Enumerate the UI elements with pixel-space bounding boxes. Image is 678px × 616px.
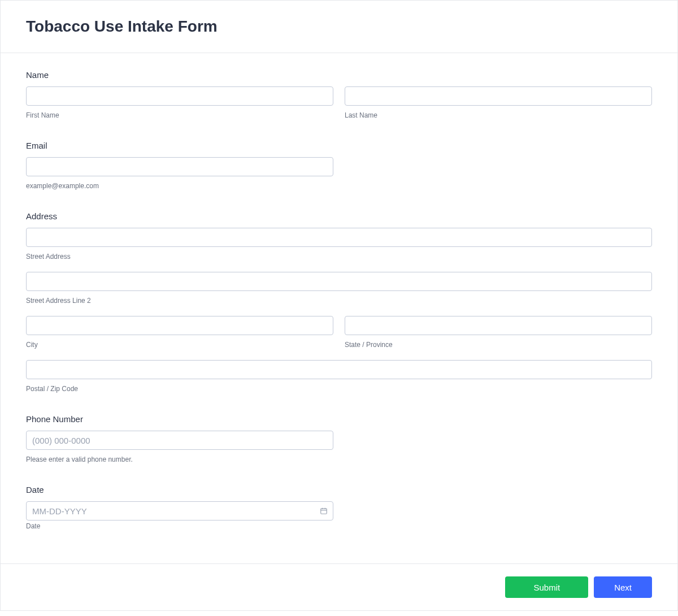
city-input[interactable] <box>26 316 333 335</box>
address-field-group: Address Street Address Street Address Li… <box>26 211 652 393</box>
first-name-input[interactable] <box>26 86 333 106</box>
email-field-group: Email example@example.com <box>26 141 652 190</box>
street-address-2-input[interactable] <box>26 272 652 291</box>
address-label: Address <box>26 211 652 221</box>
date-field-group: Date Date <box>26 485 652 531</box>
page-title: Tobacco Use Intake Form <box>26 18 652 36</box>
state-input[interactable] <box>345 316 652 335</box>
submit-button[interactable]: Submit <box>505 576 588 598</box>
postal-sublabel: Postal / Zip Code <box>26 385 652 393</box>
email-label: Email <box>26 141 652 150</box>
last-name-input[interactable] <box>345 86 652 106</box>
first-name-sublabel: First Name <box>26 111 333 119</box>
date-input[interactable] <box>26 501 333 520</box>
state-sublabel: State / Province <box>345 341 652 349</box>
email-sublabel: example@example.com <box>26 182 333 190</box>
name-label: Name <box>26 70 652 80</box>
form-header: Tobacco Use Intake Form <box>1 1 677 53</box>
phone-sublabel: Please enter a valid phone number. <box>26 456 333 463</box>
street-address-input[interactable] <box>26 228 652 247</box>
form-body: Name First Name Last Name Email example@… <box>1 53 677 563</box>
date-sublabel: Date <box>26 522 40 530</box>
city-sublabel: City <box>26 341 333 349</box>
next-button[interactable]: Next <box>594 576 652 598</box>
phone-field-group: Phone Number Please enter a valid phone … <box>26 414 652 463</box>
phone-input[interactable] <box>26 431 333 450</box>
last-name-sublabel: Last Name <box>345 111 652 119</box>
phone-label: Phone Number <box>26 414 652 424</box>
form-footer: Submit Next <box>1 563 677 610</box>
email-input[interactable] <box>26 157 333 176</box>
postal-input[interactable] <box>26 360 652 379</box>
form-container: Tobacco Use Intake Form Name First Name … <box>0 0 678 611</box>
street-address-sublabel: Street Address <box>26 253 652 261</box>
street-address-2-sublabel: Street Address Line 2 <box>26 297 652 305</box>
date-label: Date <box>26 485 652 494</box>
name-field-group: Name First Name Last Name <box>26 70 652 119</box>
